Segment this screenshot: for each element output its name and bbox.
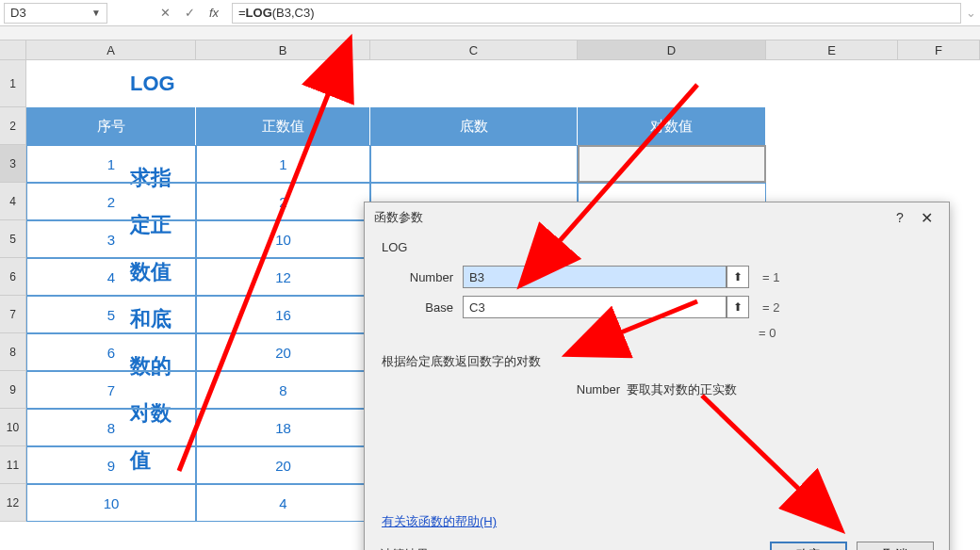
cell[interactable]: 4 [196, 484, 370, 522]
function-arguments-dialog: 函数参数 ? ✕ LOG NumberB3⬆= 1BaseC3⬆= 2 = 0 … [364, 202, 950, 550]
function-description: 根据给定底数返回数字的对数 [382, 353, 932, 370]
collapse-icon[interactable]: ⬆ [727, 296, 749, 318]
cancel-button[interactable]: 取消 [857, 542, 934, 550]
row-header-10[interactable]: 10 [0, 409, 26, 446]
formula-equals: = [238, 6, 246, 20]
col-header-C[interactable]: C [370, 40, 578, 60]
cell[interactable]: 1 [26, 145, 196, 183]
param-label: Base [382, 300, 453, 315]
param-description: Number 要取其对数的正实数 [382, 381, 932, 398]
row-header-3[interactable]: 3 [0, 145, 26, 183]
cell[interactable]: 12 [196, 258, 370, 296]
cell[interactable]: 20 [196, 333, 370, 371]
param-label: Number [382, 270, 453, 284]
cell[interactable]: 10 [196, 220, 370, 258]
param-result: = 2 [762, 300, 779, 315]
cell[interactable]: 10 [26, 484, 196, 522]
row-header-11[interactable]: 11 [0, 446, 26, 484]
cell[interactable]: 1 [196, 145, 370, 183]
table-header[interactable]: 序号 [26, 107, 196, 145]
close-icon[interactable]: ✕ [913, 209, 939, 227]
param-result: = 1 [762, 270, 779, 284]
param-input-base[interactable]: C3 [463, 296, 727, 318]
formula-args: (B3,C3) [272, 6, 315, 20]
cell[interactable]: 2 [26, 183, 196, 220]
row-header-9[interactable]: 9 [0, 371, 26, 409]
column-headers: ABCDEF [26, 40, 980, 60]
param-input-number[interactable]: B3 [463, 266, 727, 288]
table-header[interactable]: 底数 [370, 107, 578, 145]
row-header-4[interactable]: 4 [0, 183, 26, 220]
help-link[interactable]: 有关该函数的帮助(H) [382, 513, 497, 530]
cell[interactable] [370, 145, 578, 183]
formula-input[interactable]: =LOG(B3,C3) [232, 3, 961, 24]
row-header-5[interactable]: 5 [0, 220, 26, 258]
cell[interactable]: 20 [196, 446, 370, 484]
table-header[interactable]: 对数值 [578, 107, 766, 145]
formula-bar: D3 ▼ ✕ ✓ fx =LOG(B3,C3) ⌄ [0, 0, 980, 26]
function-name: LOG [382, 240, 932, 254]
cell[interactable]: 5 [26, 296, 196, 333]
calc-result: 计算结果 = 0 [380, 546, 760, 550]
formula-fn: LOG [246, 6, 272, 20]
dialog-titlebar[interactable]: 函数参数 ? ✕ [365, 202, 949, 233]
help-icon[interactable]: ? [887, 210, 913, 225]
cell[interactable]: 2 [196, 183, 370, 220]
collapse-icon[interactable]: ⬆ [727, 266, 749, 288]
ok-button[interactable]: 确定 [770, 542, 847, 550]
dialog-title: 函数参数 [374, 209, 887, 226]
row-header-2[interactable]: 2 [0, 107, 26, 145]
name-box-value: D3 [10, 6, 26, 20]
dialog-body: LOG NumberB3⬆= 1BaseC3⬆= 2 = 0 根据给定底数返回数… [365, 233, 949, 398]
param-row: NumberB3⬆= 1 [382, 266, 932, 288]
name-box[interactable]: D3 ▼ [4, 3, 107, 24]
col-header-B[interactable]: B [196, 40, 370, 60]
param-row: BaseC3⬆= 2 [382, 296, 932, 318]
row-header-1[interactable]: 1 [0, 60, 26, 107]
row-headers: 123456789101112 [0, 60, 26, 522]
row-header-7[interactable]: 7 [0, 296, 26, 333]
cell[interactable]: 7 [26, 371, 196, 409]
cancel-formula-icon[interactable]: ✕ [153, 3, 177, 24]
row-header-12[interactable]: 12 [0, 484, 26, 522]
expand-formula-icon[interactable]: ⌄ [961, 6, 980, 20]
sheet-title: LOG函数求指定正数值和底数的对数值 [26, 60, 175, 107]
cell[interactable]: 8 [26, 409, 196, 446]
col-header-D[interactable]: D [578, 40, 766, 60]
accept-formula-icon[interactable]: ✓ [177, 3, 202, 24]
col-header-A[interactable]: A [26, 40, 196, 60]
col-header-F[interactable]: F [898, 40, 980, 60]
cell[interactable]: 4 [26, 258, 196, 296]
dialog-footer: 计算结果 = 0 确定 取消 [365, 532, 949, 550]
separator [0, 26, 980, 40]
chevron-down-icon[interactable]: ▼ [91, 8, 101, 18]
row-header-6[interactable]: 6 [0, 258, 26, 296]
fx-icon[interactable]: fx [202, 3, 226, 24]
cell[interactable]: 18 [196, 409, 370, 446]
cell[interactable]: 9 [26, 446, 196, 484]
table-header[interactable]: 正数值 [196, 107, 370, 145]
cell[interactable]: 6 [26, 333, 196, 371]
preview-result: = 0 [759, 326, 932, 340]
row-header-8[interactable]: 8 [0, 333, 26, 371]
active-cell[interactable] [578, 145, 766, 183]
cell[interactable]: 16 [196, 296, 370, 333]
cell[interactable]: 3 [26, 220, 196, 258]
cell[interactable]: 8 [196, 371, 370, 409]
col-header-E[interactable]: E [766, 40, 898, 60]
select-all-corner[interactable] [0, 40, 26, 60]
